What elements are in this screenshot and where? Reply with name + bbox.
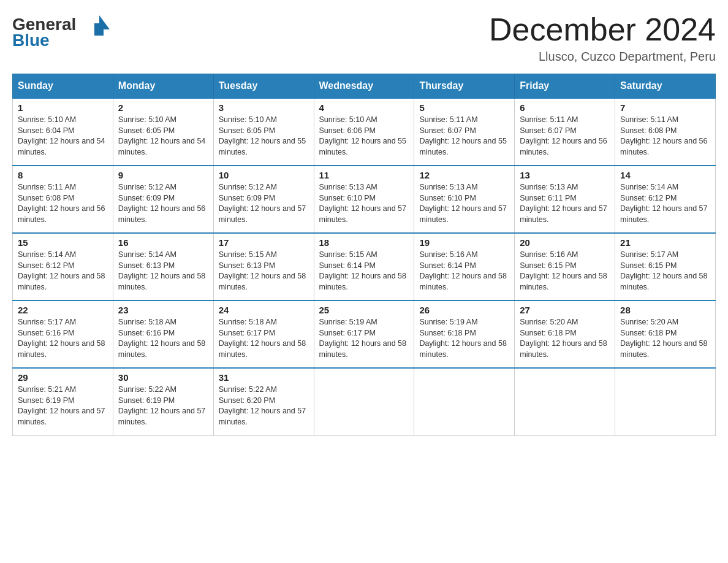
calendar-cell: 12 Sunrise: 5:13 AMSunset: 6:10 PMDaylig… (414, 166, 515, 233)
page-header: General Blue December 2024 Llusco, Cuzco… (12, 12, 716, 64)
day-number: 18 (319, 237, 409, 248)
day-number: 16 (118, 237, 208, 248)
day-info: Sunrise: 5:21 AMSunset: 6:19 PMDaylight:… (18, 385, 105, 426)
svg-marker-0 (94, 15, 110, 36)
day-number: 17 (219, 237, 309, 248)
calendar-table: Sunday Monday Tuesday Wednesday Thursday… (12, 74, 716, 436)
day-number: 12 (419, 170, 509, 180)
day-number: 15 (18, 237, 108, 248)
day-info: Sunrise: 5:17 AMSunset: 6:16 PMDaylight:… (18, 318, 105, 359)
day-number: 25 (319, 305, 409, 315)
week-row-5: 29 Sunrise: 5:21 AMSunset: 6:19 PMDaylig… (13, 368, 716, 435)
day-info: Sunrise: 5:19 AMSunset: 6:17 PMDaylight:… (319, 318, 406, 359)
day-number: 13 (520, 170, 610, 180)
day-number: 1 (18, 102, 108, 113)
col-tuesday: Tuesday (213, 74, 314, 99)
calendar-cell (515, 368, 615, 435)
day-info: Sunrise: 5:11 AMSunset: 6:08 PMDaylight:… (620, 115, 707, 156)
day-info: Sunrise: 5:17 AMSunset: 6:15 PMDaylight:… (620, 250, 707, 291)
day-info: Sunrise: 5:10 AMSunset: 6:05 PMDaylight:… (219, 115, 306, 156)
day-info: Sunrise: 5:19 AMSunset: 6:18 PMDaylight:… (419, 318, 506, 359)
day-info: Sunrise: 5:10 AMSunset: 6:05 PMDaylight:… (118, 115, 205, 156)
day-number: 5 (419, 102, 509, 113)
calendar-cell: 7 Sunrise: 5:11 AMSunset: 6:08 PMDayligh… (615, 98, 716, 166)
day-number: 27 (520, 305, 610, 315)
calendar-header-row: Sunday Monday Tuesday Wednesday Thursday… (13, 74, 716, 99)
day-number: 4 (319, 102, 409, 113)
title-block: December 2024 Llusco, Cuzco Department, … (489, 12, 716, 64)
day-info: Sunrise: 5:10 AMSunset: 6:04 PMDaylight:… (18, 115, 105, 156)
day-info: Sunrise: 5:13 AMSunset: 6:11 PMDaylight:… (520, 183, 607, 224)
calendar-cell: 4 Sunrise: 5:10 AMSunset: 6:06 PMDayligh… (314, 98, 414, 166)
day-number: 10 (219, 170, 309, 180)
day-info: Sunrise: 5:15 AMSunset: 6:13 PMDaylight:… (219, 250, 306, 291)
day-info: Sunrise: 5:13 AMSunset: 6:10 PMDaylight:… (319, 183, 406, 224)
calendar-cell: 11 Sunrise: 5:13 AMSunset: 6:10 PMDaylig… (314, 166, 414, 233)
calendar-cell: 25 Sunrise: 5:19 AMSunset: 6:17 PMDaylig… (314, 301, 414, 368)
week-row-4: 22 Sunrise: 5:17 AMSunset: 6:16 PMDaylig… (13, 301, 716, 368)
calendar-cell: 10 Sunrise: 5:12 AMSunset: 6:09 PMDaylig… (213, 166, 314, 233)
day-number: 9 (118, 170, 208, 180)
day-number: 23 (118, 305, 208, 315)
day-number: 3 (219, 102, 309, 113)
calendar-cell: 15 Sunrise: 5:14 AMSunset: 6:12 PMDaylig… (13, 233, 113, 301)
calendar-cell: 27 Sunrise: 5:20 AMSunset: 6:18 PMDaylig… (515, 301, 615, 368)
calendar-cell: 29 Sunrise: 5:21 AMSunset: 6:19 PMDaylig… (13, 368, 113, 435)
calendar-cell: 14 Sunrise: 5:14 AMSunset: 6:12 PMDaylig… (615, 166, 716, 233)
day-number: 19 (419, 237, 509, 248)
day-number: 20 (520, 237, 610, 248)
day-info: Sunrise: 5:11 AMSunset: 6:08 PMDaylight:… (18, 183, 105, 224)
calendar-cell: 3 Sunrise: 5:10 AMSunset: 6:05 PMDayligh… (213, 98, 314, 166)
col-wednesday: Wednesday (314, 74, 414, 99)
day-number: 6 (520, 102, 610, 113)
day-info: Sunrise: 5:10 AMSunset: 6:06 PMDaylight:… (319, 115, 406, 156)
day-info: Sunrise: 5:22 AMSunset: 6:19 PMDaylight:… (118, 385, 205, 426)
col-sunday: Sunday (13, 74, 113, 99)
day-info: Sunrise: 5:14 AMSunset: 6:13 PMDaylight:… (118, 250, 205, 291)
calendar-cell: 1 Sunrise: 5:10 AMSunset: 6:04 PMDayligh… (13, 98, 113, 166)
calendar-cell: 20 Sunrise: 5:16 AMSunset: 6:15 PMDaylig… (515, 233, 615, 301)
calendar-cell: 31 Sunrise: 5:22 AMSunset: 6:20 PMDaylig… (213, 368, 314, 435)
calendar-cell (615, 368, 716, 435)
calendar-cell: 22 Sunrise: 5:17 AMSunset: 6:16 PMDaylig… (13, 301, 113, 368)
calendar-cell: 21 Sunrise: 5:17 AMSunset: 6:15 PMDaylig… (615, 233, 716, 301)
week-row-1: 1 Sunrise: 5:10 AMSunset: 6:04 PMDayligh… (13, 98, 716, 166)
calendar-cell: 26 Sunrise: 5:19 AMSunset: 6:18 PMDaylig… (414, 301, 515, 368)
col-friday: Friday (515, 74, 615, 99)
day-number: 2 (118, 102, 208, 113)
logo-blue-text: Blue (12, 32, 50, 49)
calendar-cell: 30 Sunrise: 5:22 AMSunset: 6:19 PMDaylig… (113, 368, 213, 435)
day-info: Sunrise: 5:11 AMSunset: 6:07 PMDaylight:… (520, 115, 607, 156)
day-number: 14 (620, 170, 710, 180)
calendar-cell: 8 Sunrise: 5:11 AMSunset: 6:08 PMDayligh… (13, 166, 113, 233)
calendar-cell: 5 Sunrise: 5:11 AMSunset: 6:07 PMDayligh… (414, 98, 515, 166)
logo: General Blue (12, 12, 110, 49)
page-subtitle: Llusco, Cuzco Department, Peru (489, 50, 716, 64)
day-number: 30 (118, 372, 208, 383)
day-info: Sunrise: 5:16 AMSunset: 6:15 PMDaylight:… (520, 250, 607, 291)
day-info: Sunrise: 5:11 AMSunset: 6:07 PMDaylight:… (419, 115, 506, 156)
week-row-3: 15 Sunrise: 5:14 AMSunset: 6:12 PMDaylig… (13, 233, 716, 301)
calendar-cell: 2 Sunrise: 5:10 AMSunset: 6:05 PMDayligh… (113, 98, 213, 166)
calendar-cell (314, 368, 414, 435)
day-info: Sunrise: 5:14 AMSunset: 6:12 PMDaylight:… (620, 183, 707, 224)
col-saturday: Saturday (615, 74, 716, 99)
calendar-cell: 24 Sunrise: 5:18 AMSunset: 6:17 PMDaylig… (213, 301, 314, 368)
day-info: Sunrise: 5:12 AMSunset: 6:09 PMDaylight:… (219, 183, 306, 224)
calendar-cell: 6 Sunrise: 5:11 AMSunset: 6:07 PMDayligh… (515, 98, 615, 166)
day-number: 22 (18, 305, 108, 315)
calendar-cell: 17 Sunrise: 5:15 AMSunset: 6:13 PMDaylig… (213, 233, 314, 301)
day-info: Sunrise: 5:18 AMSunset: 6:16 PMDaylight:… (118, 318, 205, 359)
day-info: Sunrise: 5:18 AMSunset: 6:17 PMDaylight:… (219, 318, 306, 359)
day-number: 26 (419, 305, 509, 315)
day-number: 29 (18, 372, 108, 383)
day-number: 24 (219, 305, 309, 315)
day-info: Sunrise: 5:13 AMSunset: 6:10 PMDaylight:… (419, 183, 506, 224)
calendar-cell: 23 Sunrise: 5:18 AMSunset: 6:16 PMDaylig… (113, 301, 213, 368)
day-number: 21 (620, 237, 710, 248)
col-monday: Monday (113, 74, 213, 99)
calendar-cell: 16 Sunrise: 5:14 AMSunset: 6:13 PMDaylig… (113, 233, 213, 301)
day-info: Sunrise: 5:12 AMSunset: 6:09 PMDaylight:… (118, 183, 205, 224)
calendar-cell: 28 Sunrise: 5:20 AMSunset: 6:18 PMDaylig… (615, 301, 716, 368)
calendar-cell: 9 Sunrise: 5:12 AMSunset: 6:09 PMDayligh… (113, 166, 213, 233)
